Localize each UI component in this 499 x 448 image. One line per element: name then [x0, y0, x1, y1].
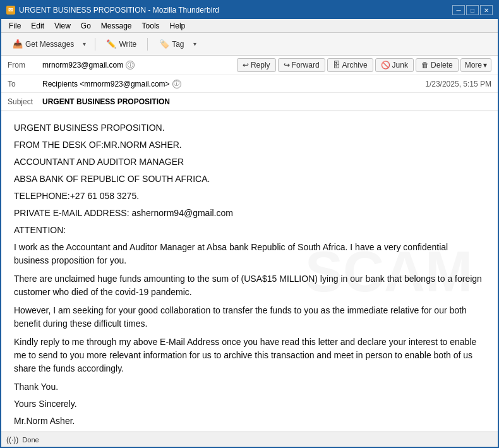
body-line-1: URGENT BUSINESS PROPOSITION. — [14, 121, 485, 135]
forward-button[interactable]: ↪ Forward — [278, 58, 325, 72]
status-text: Done — [22, 436, 39, 444]
title-bar-left: ✉ URGENT BUSINESS PROPOSITION - Mozilla … — [6, 6, 219, 15]
menu-help[interactable]: Help — [165, 20, 191, 32]
minimize-button[interactable]: ─ — [452, 5, 465, 15]
toolbar: 📥 Get Messages ▾ ✏️ Write 🏷️ Tag ▾ — [1, 33, 498, 56]
forward-label: Forward — [292, 61, 320, 70]
reply-icon: ↩ — [243, 61, 249, 70]
menu-bar: File Edit View Go Message Tools Help — [1, 19, 498, 33]
junk-label: Junk — [392, 61, 408, 70]
to-row: To Recipients <mrnorm923@gmail.com> ⓘ 1/… — [1, 75, 498, 93]
to-label: To — [8, 80, 42, 88]
email-content: URGENT BUSINESS PROPOSITION. FROM THE DE… — [14, 121, 485, 428]
email-actions: ↩ Reply ↪ Forward 🗄 Archive 🚫 Junk 🗑 — [237, 58, 491, 72]
body-line-4: ABSA BANK OF REPUBLIC OF SOUTH AFRICA. — [14, 173, 485, 186]
reply-button[interactable]: ↩ Reply — [237, 58, 276, 72]
delete-icon: 🗑 — [421, 61, 429, 70]
archive-icon: 🗄 — [333, 61, 340, 70]
forward-icon: ↪ — [284, 61, 290, 70]
tag-icon: 🏷️ — [159, 39, 169, 49]
menu-file[interactable]: File — [4, 20, 26, 32]
menu-tools[interactable]: Tools — [137, 20, 165, 32]
write-icon: ✏️ — [106, 39, 116, 49]
archive-label: Archive — [342, 61, 368, 70]
window-controls: ─ □ ✕ — [452, 5, 493, 15]
more-arrow-icon: ▾ — [483, 61, 487, 70]
delete-label: Delete — [431, 61, 453, 70]
subject-value: URGENT BUSINESS PROPOSITION — [42, 97, 170, 106]
menu-edit[interactable]: Edit — [26, 20, 49, 32]
body-para-3: However, I am seeking for your good coll… — [14, 304, 485, 330]
body-line-3: ACCOUNTANT AND AUDITOR MANAGER — [14, 155, 485, 169]
menu-view[interactable]: View — [49, 20, 76, 32]
from-address: mrnorm923@gmail.com — [42, 61, 123, 70]
window-title: URGENT BUSINESS PROPOSITION - Mozilla Th… — [19, 6, 219, 15]
to-info-icon[interactable]: ⓘ — [172, 80, 181, 88]
body-closing-1: Thank You. — [14, 380, 485, 394]
body-line-7: ATTENTION: — [14, 224, 485, 237]
app-window: ✉ URGENT BUSINESS PROPOSITION - Mozilla … — [0, 0, 499, 448]
get-messages-dropdown[interactable]: 📥 Get Messages ▾ — [6, 35, 90, 52]
from-label: From — [8, 61, 42, 70]
close-button[interactable]: ✕ — [480, 5, 493, 15]
email-date: 1/23/2025, 5:15 PM — [425, 80, 491, 88]
write-button[interactable]: ✏️ Write — [100, 36, 142, 52]
body-para-4: Kindly reply to me through my above E-Ma… — [14, 336, 485, 375]
from-info-icon[interactable]: ⓘ — [126, 61, 135, 70]
reply-label: Reply — [251, 61, 270, 70]
status-icon: ((·)) — [6, 435, 18, 444]
get-messages-arrow[interactable]: ▾ — [80, 37, 89, 51]
email-body: SCAM URGENT BUSINESS PROPOSITION. FROM T… — [1, 111, 498, 432]
tag-arrow[interactable]: ▾ — [190, 37, 200, 51]
title-bar: ✉ URGENT BUSINESS PROPOSITION - Mozilla … — [1, 1, 498, 19]
body-line-5: TELEPHONE:+27 61 058 3275. — [14, 190, 485, 203]
status-bar: ((·)) Done — [1, 432, 498, 447]
get-messages-icon: 📥 — [13, 39, 23, 49]
archive-button[interactable]: 🗄 Archive — [327, 58, 373, 72]
body-line-2: FROM THE DESK OF:MR.NORM ASHER. — [14, 138, 485, 152]
get-messages-label: Get Messages — [25, 40, 74, 49]
junk-icon: 🚫 — [381, 61, 390, 70]
app-icon: ✉ — [6, 6, 15, 15]
body-closing-3: Mr.Norm Asher. — [14, 415, 485, 428]
from-row: From mrnorm923@gmail.com ⓘ ↩ Reply ↪ For… — [1, 56, 498, 75]
maximize-button[interactable]: □ — [466, 5, 479, 15]
email-header: From mrnorm923@gmail.com ⓘ ↩ Reply ↪ For… — [1, 56, 498, 111]
more-button[interactable]: More ▾ — [460, 58, 491, 72]
tag-dropdown[interactable]: 🏷️ Tag ▾ — [153, 35, 200, 52]
toolbar-sep-2 — [147, 38, 148, 51]
menu-go[interactable]: Go — [76, 20, 96, 32]
to-address: Recipients <mrnorm923@gmail.com> — [42, 80, 170, 88]
body-line-6: PRIVATE E-MAIL ADDRESS: ashernorm94@gmai… — [14, 207, 485, 220]
write-label: Write — [119, 40, 136, 49]
delete-button[interactable]: 🗑 Delete — [416, 58, 459, 72]
tag-button[interactable]: 🏷️ Tag — [153, 36, 189, 52]
body-para-2: There are unclaimed huge funds amounting… — [14, 272, 485, 299]
junk-button[interactable]: 🚫 Junk — [375, 58, 414, 72]
tag-label: Tag — [172, 40, 184, 49]
to-value: Recipients <mrnorm923@gmail.com> ⓘ — [42, 80, 425, 88]
toolbar-sep-1 — [95, 38, 95, 51]
subject-label-text: Subject — [8, 97, 42, 106]
subject-row: Subject URGENT BUSINESS PROPOSITION — [1, 93, 498, 111]
more-label: More — [465, 61, 482, 70]
body-para-1: I work as the Accountant and Auditor Man… — [14, 241, 485, 267]
from-value: mrnorm923@gmail.com ⓘ — [42, 61, 237, 70]
body-closing-2: Yours Sincerely. — [14, 397, 485, 411]
get-messages-button[interactable]: 📥 Get Messages — [7, 36, 80, 52]
menu-message[interactable]: Message — [96, 20, 137, 32]
